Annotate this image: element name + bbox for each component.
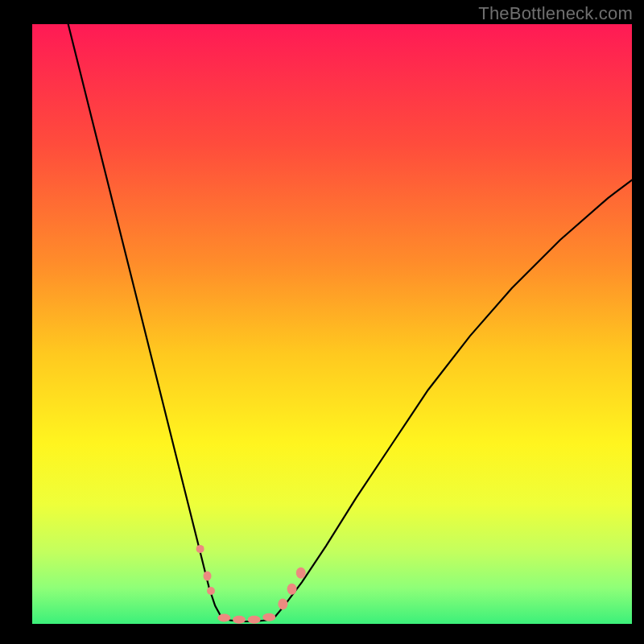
data-marker	[204, 571, 212, 580]
data-marker	[296, 568, 306, 579]
data-marker	[233, 616, 246, 624]
data-marker	[217, 614, 230, 622]
data-marker	[248, 616, 261, 624]
data-marker	[196, 545, 204, 553]
data-marker	[287, 584, 297, 595]
bottleneck-chart	[0, 0, 644, 644]
plot-background	[32, 24, 632, 624]
data-marker	[207, 587, 215, 595]
data-marker	[262, 613, 275, 621]
watermark-text: TheBottleneck.com	[478, 3, 633, 24]
data-marker	[278, 598, 287, 609]
chart-frame: TheBottleneck.com	[0, 0, 644, 644]
